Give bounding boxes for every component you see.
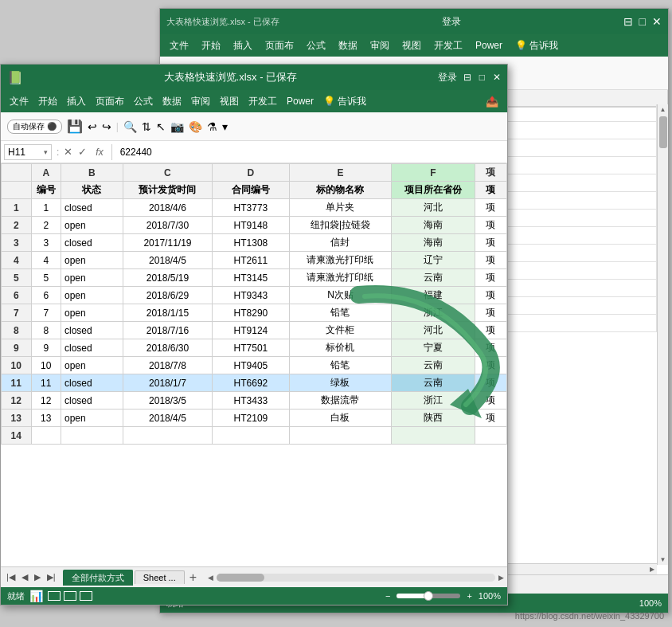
cell-b9[interactable]: closed (61, 339, 123, 357)
col-header-a[interactable]: A (31, 164, 61, 182)
cell-a12[interactable]: 12 (31, 392, 61, 410)
bg-menu-tell[interactable]: 💡 告诉我 (510, 37, 563, 54)
cell-g12[interactable]: 项 (475, 392, 506, 410)
cell-f14[interactable] (392, 427, 475, 445)
main-maximize-icon[interactable]: ✕ (493, 72, 501, 83)
bg-close-icon[interactable]: ✕ (652, 15, 662, 28)
normal-view-icon[interactable] (48, 591, 61, 601)
cell-c3[interactable]: 2017/11/19 (123, 234, 213, 252)
cell-c8[interactable]: 2018/7/16 (123, 322, 213, 339)
bg-scrollbar-v[interactable]: ▲ ▼ (657, 104, 668, 565)
main-menu-page[interactable]: 页面布 (92, 93, 128, 110)
cell-g9[interactable]: 项 (475, 339, 506, 357)
cell-c7[interactable]: 2018/1/15 (123, 304, 213, 322)
col-header-g[interactable]: 项 (475, 164, 506, 182)
cell-c11[interactable]: 2018/1/7 (123, 374, 213, 392)
camera-icon[interactable]: 📷 (170, 120, 184, 133)
zoom-in-btn[interactable]: + (467, 591, 471, 601)
bg-menu-dev[interactable]: 开发工 (429, 37, 467, 54)
bg-menu-page[interactable]: 页面布 (260, 37, 299, 54)
cell-b7[interactable]: open (61, 304, 123, 322)
col-header-c[interactable]: C (123, 164, 213, 182)
cell-g10[interactable]: 项 (475, 357, 506, 374)
save-icon[interactable]: 💾 (67, 119, 83, 134)
cell-d7[interactable]: HT8290 (213, 304, 289, 322)
hscroll-right[interactable]: ▶ (498, 574, 504, 582)
cell-b2[interactable]: open (61, 217, 123, 234)
cell-c6[interactable]: 2018/6/29 (123, 287, 213, 304)
main-menu-review[interactable]: 审阅 (187, 93, 214, 110)
formula-cross[interactable]: ✕ (64, 146, 72, 158)
cell-g8[interactable]: 项 (475, 322, 506, 339)
cell-d6[interactable]: HT9343 (213, 287, 289, 304)
tab-add-button[interactable]: + (186, 570, 200, 585)
cell-d3[interactable]: HT1308 (213, 234, 289, 252)
cell-f8[interactable]: 河北 (392, 322, 475, 339)
cell-a7[interactable]: 7 (31, 304, 61, 322)
main-menu-dev[interactable]: 开发工 (244, 93, 281, 110)
cell-c1[interactable]: 2018/4/6 (123, 199, 213, 217)
page-layout-icon[interactable] (64, 591, 76, 601)
cell-f9[interactable]: 宁夏 (392, 339, 475, 357)
cell-b12[interactable]: closed (61, 392, 123, 410)
cell-d13[interactable]: HT2109 (213, 410, 289, 427)
cell-b8[interactable]: closed (61, 322, 123, 339)
bg-menu-review[interactable]: 审阅 (365, 37, 394, 54)
cell-a1[interactable]: 1 (31, 199, 61, 217)
cell-e6[interactable]: N次贴 (289, 287, 392, 304)
main-minimize-icon[interactable]: □ (479, 72, 485, 83)
sort-icon[interactable]: ⇅ (142, 120, 151, 133)
cell-f12[interactable]: 浙江 (392, 392, 475, 410)
cell-b10[interactable]: open (61, 357, 123, 374)
cell-c10[interactable]: 2018/7/8 (123, 357, 213, 374)
bg-menu-power[interactable]: Power (471, 38, 507, 53)
cell-e2[interactable]: 纽扣袋|拉链袋 (289, 217, 392, 234)
cell-d2[interactable]: HT9148 (213, 217, 289, 234)
cell-e7[interactable]: 铅笔 (289, 304, 392, 322)
cell-f1[interactable]: 河北 (392, 199, 475, 217)
undo-icon[interactable]: ↩ (88, 120, 97, 133)
cell-b13[interactable]: open (61, 410, 123, 427)
cell-f10[interactable]: 云南 (392, 357, 475, 374)
cell-d14[interactable] (213, 427, 289, 445)
main-menu-formula[interactable]: 公式 (130, 93, 157, 110)
cell-b1[interactable]: closed (61, 199, 123, 217)
cell-a5[interactable]: 5 (31, 269, 61, 287)
cell-a2[interactable]: 2 (31, 217, 61, 234)
cell-d1[interactable]: HT3773 (213, 199, 289, 217)
cell-c5[interactable]: 2018/5/19 (123, 269, 213, 287)
bg-menu-insert[interactable]: 插入 (229, 37, 257, 54)
cell-g2[interactable]: 项 (475, 217, 506, 234)
cell-a14[interactable] (31, 427, 61, 445)
autosave-toggle[interactable]: 自动保存 ⚫ (7, 120, 62, 134)
cell-f3[interactable]: 海南 (392, 234, 475, 252)
tab-active[interactable]: 全部付款方式 (63, 570, 133, 586)
cell-d11[interactable]: HT6692 (213, 374, 289, 392)
tab-prev-btn[interactable]: ◀ (19, 572, 30, 582)
cell-reference-box[interactable]: H11 ▾ (4, 144, 52, 160)
cell-a6[interactable]: 6 (31, 287, 61, 304)
zoom-icon[interactable]: 🔍 (123, 120, 137, 133)
col-header-e[interactable]: E (289, 164, 392, 182)
cell-f2[interactable]: 海南 (392, 217, 475, 234)
cell-c13[interactable]: 2018/4/5 (123, 410, 213, 427)
tab-first-btn[interactable]: |◀ (4, 572, 18, 582)
bg-sh-right[interactable]: ▶ (647, 566, 657, 573)
redo-icon[interactable]: ↪ (102, 120, 111, 133)
cell-f7[interactable]: 浙江 (392, 304, 475, 322)
cell-ref-dropdown[interactable]: ▾ (44, 148, 48, 156)
select-icon[interactable]: ↖ (156, 120, 166, 133)
main-menu-view[interactable]: 视图 (216, 93, 243, 110)
cell-f4[interactable]: 辽宁 (392, 252, 475, 269)
cell-g11[interactable]: 项 (475, 374, 506, 392)
cell-b14[interactable] (61, 427, 123, 445)
more-icon[interactable]: ▾ (222, 120, 228, 133)
cell-e3[interactable]: 信封 (289, 234, 392, 252)
main-restore-icon[interactable]: ⊟ (463, 72, 471, 83)
cell-c9[interactable]: 2018/6/30 (123, 339, 213, 357)
cell-a9[interactable]: 9 (31, 339, 61, 357)
zoom-out-btn[interactable]: − (385, 591, 390, 601)
cell-e4[interactable]: 请柬激光打印纸 (289, 252, 392, 269)
bg-menu-data[interactable]: 数据 (334, 37, 362, 54)
page-break-icon[interactable] (80, 591, 92, 601)
